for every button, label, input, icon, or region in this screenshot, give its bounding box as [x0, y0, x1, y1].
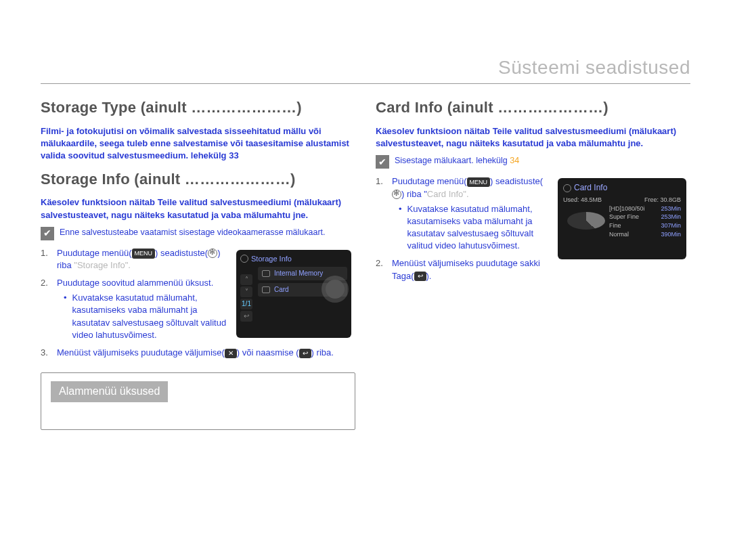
card-row1-label: [HD]1080/50i	[609, 204, 645, 213]
step-3-text-b: ) või naasmise (	[237, 347, 299, 358]
back-icon: ↩	[299, 349, 311, 358]
storage-info-desc: Käesolev funktsioon näitab Teile valitud…	[41, 196, 355, 221]
card-row2-label: Super Fine	[609, 213, 639, 221]
step-2-text-b: ).	[426, 271, 432, 281]
figure-storage-info: Storage Info ˄ ˅ 1/1 ↩ Internal Memory C…	[236, 250, 351, 338]
step-1-text-b: ) seadistuste(	[155, 248, 208, 258]
figure-row-internal: Internal Memory	[258, 267, 347, 280]
disk-icon	[262, 270, 270, 277]
step-1: Puudutage menüü(MENU) seadistuste() riba…	[376, 175, 550, 252]
figure-card-info: Card Info Used: 48.5MB Free: 30.8GB [HD]…	[558, 178, 686, 259]
step-1-quote: "Storage Info".	[74, 260, 131, 270]
step-1-text-a: Puudutage menüü(	[57, 248, 132, 258]
step-2-bullet-text: Kuvatakse kasutatud mälumaht, kasutamise…	[72, 292, 228, 341]
finger-tap-icon	[326, 280, 345, 299]
figure-row-card-label: Card	[274, 285, 289, 295]
heading-card-info: Card Info (ainult …………………)	[376, 98, 690, 119]
step-1-bullet: Kuvatakse kasutatud mälumaht, kasutamise…	[392, 203, 550, 253]
step-1: Puudutage menüü(MENU) seadistuste() riba…	[41, 247, 228, 272]
figure-card-title: Card Info	[574, 182, 607, 194]
card-icon	[262, 286, 270, 293]
chevron-up-icon: ˄	[240, 274, 252, 285]
step-1-text-d: ".	[463, 189, 468, 199]
left-column: Storage Type (ainult …………………) Filmi- ja …	[41, 91, 355, 429]
chevron-down-icon: ˅	[240, 286, 252, 297]
card-free-label: Free:	[644, 196, 659, 203]
card-info-note-page: 34	[510, 156, 519, 165]
step-3-text-c: ) riba.	[311, 347, 334, 358]
card-row4-label: Normal	[609, 230, 629, 239]
card-row2-value: 253Min	[661, 213, 681, 221]
card-row3-label: Fine	[609, 221, 621, 230]
figure-scroll-arrows: ˄ ˅ 1/1 ↩	[240, 274, 252, 322]
step-2: Menüüst väljumiseks puudutage sakki Taga…	[376, 257, 550, 282]
gear-icon	[240, 255, 248, 263]
back-icon: ↩	[414, 272, 426, 281]
page-header: Süsteemi seadistused	[41, 54, 690, 84]
submenu-box-heading: Alammenüü üksused	[51, 381, 168, 402]
card-info-note-text: Sisestage mälukaart. lehekülg 34	[395, 155, 519, 167]
card-row3-value: 307Min	[661, 221, 681, 230]
step-1-quote: Card Info	[427, 189, 463, 199]
pie-icon	[567, 212, 605, 230]
page-title: Süsteemi seadistused	[41, 54, 690, 81]
step-1-text-c: ) riba "	[401, 189, 427, 199]
card-row1-value: 253Min	[661, 204, 681, 213]
card-info-note-a: Sisestage mälukaart. lehekülg	[395, 156, 510, 165]
card-free-value: 30.8GB	[660, 196, 681, 203]
card-info-desc: Käesolev funktsioon näitab Teile valitud…	[376, 125, 690, 150]
step-3: Menüüst väljumiseks puudutage väljumise(…	[41, 347, 355, 359]
page-indicator: 1/1	[240, 299, 252, 309]
gear-icon	[563, 184, 571, 192]
storage-info-note: ✔ Enne salvestusteabe vaatamist sisestag…	[41, 227, 355, 240]
heading-storage-type: Storage Type (ainult …………………)	[41, 98, 355, 119]
step-3-text-a: Menüüst väljumiseks puudutage väljumise(	[57, 347, 225, 358]
card-info-note: ✔ Sisestage mälukaart. lehekülg 34	[376, 155, 690, 169]
step-2: Puudutage soovitud alammenüü üksust. Kuv…	[41, 277, 228, 341]
menu-icon: MENU	[132, 249, 156, 259]
close-icon: ✕	[225, 349, 237, 358]
step-2-text: Puudutage soovitud alammenüü üksust.	[57, 278, 213, 288]
storage-type-desc: Filmi- ja fotokujutisi on võimalik salve…	[41, 125, 355, 163]
storage-info-note-text: Enne salvestusteabe vaatamist sisestage …	[60, 227, 326, 239]
check-icon: ✔	[376, 155, 389, 169]
check-icon: ✔	[41, 227, 54, 240]
gear-icon	[208, 249, 217, 258]
figure-row-internal-label: Internal Memory	[274, 269, 323, 278]
heading-storage-info: Storage Info (ainult …………………)	[41, 169, 355, 190]
step-1-bullet-text: Kuvatakse kasutatud mälumaht, kasutamise…	[407, 203, 550, 253]
right-column: Card Info (ainult …………………) Käesolev funk…	[376, 91, 690, 429]
step-1-text-b: ) seadistuste(	[490, 176, 543, 186]
step-2-bullet: Kuvatakse kasutatud mälumaht, kasutamise…	[57, 292, 228, 341]
card-used-value: 48.5MB	[581, 196, 602, 203]
card-row4-value: 390Min	[661, 230, 681, 239]
step-1-text-a: Puudutage menüü(	[392, 176, 467, 186]
card-used-label: Used:	[563, 196, 579, 203]
back-icon: ↩	[240, 311, 252, 322]
gear-icon	[392, 190, 401, 199]
submenu-box: Alammenüü üksused	[41, 372, 355, 429]
menu-icon: MENU	[467, 177, 491, 188]
figure-storage-title: Storage Info	[251, 254, 292, 264]
